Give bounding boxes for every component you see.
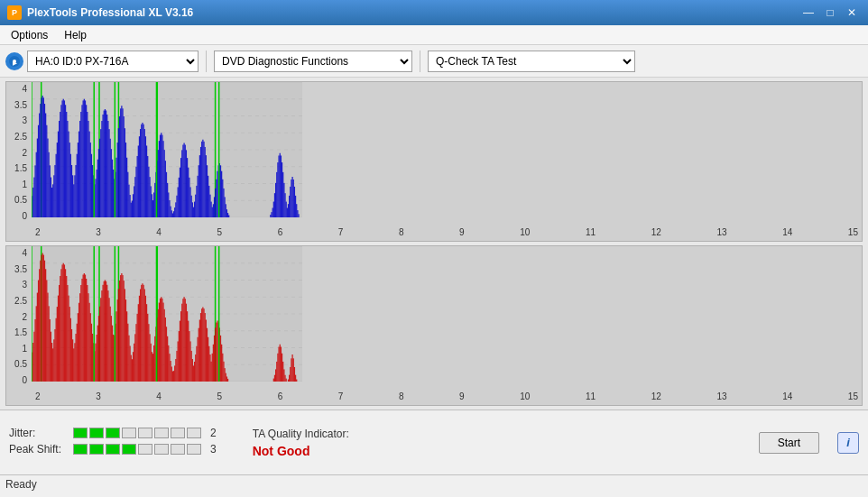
- svg-rect-405: [187, 311, 188, 382]
- peakshift-label: Peak Shift:: [9, 443, 68, 456]
- svg-rect-348: [127, 324, 128, 382]
- menu-options[interactable]: Options: [4, 27, 55, 43]
- start-button[interactable]: Start: [759, 432, 819, 454]
- test-dropdown[interactable]: Q-Check TA Test: [428, 51, 635, 72]
- svg-rect-231: [294, 187, 295, 217]
- svg-rect-456: [284, 375, 285, 382]
- svg-rect-272: [48, 306, 49, 382]
- svg-rect-79: [95, 179, 96, 217]
- svg-rect-401: [182, 299, 183, 382]
- bottom-chart-svg: [32, 246, 302, 382]
- svg-rect-413: [195, 354, 196, 382]
- svg-rect-85: [101, 121, 102, 217]
- svg-rect-192: [213, 204, 214, 217]
- svg-rect-163: [182, 145, 183, 217]
- peakshift-meter: [73, 444, 201, 455]
- svg-rect-280: [57, 307, 58, 382]
- svg-rect-378: [159, 303, 160, 382]
- svg-rect-39: [53, 175, 54, 217]
- svg-rect-27: [41, 97, 42, 217]
- svg-rect-115: [133, 194, 134, 217]
- svg-rect-358: [138, 304, 139, 382]
- svg-rect-466: [296, 380, 297, 382]
- svg-rect-172: [192, 202, 193, 217]
- svg-rect-185: [206, 155, 207, 217]
- svg-rect-233: [296, 204, 297, 217]
- svg-rect-128: [146, 145, 147, 217]
- svg-rect-295: [72, 339, 73, 382]
- svg-rect-330: [108, 298, 109, 382]
- svg-rect-337: [115, 311, 116, 382]
- svg-rect-445: [273, 379, 274, 382]
- svg-rect-417: [199, 319, 200, 382]
- drive-dropdown[interactable]: HA:0 ID:0 PX-716A: [27, 51, 199, 72]
- svg-rect-339: [118, 289, 119, 382]
- svg-rect-258: [33, 332, 34, 382]
- info-button[interactable]: i: [837, 432, 859, 454]
- svg-rect-440: [223, 362, 224, 382]
- minimize-button[interactable]: —: [799, 4, 817, 22]
- svg-rect-276: [52, 348, 53, 382]
- svg-rect-176: [196, 186, 197, 217]
- jitter-meter: [73, 428, 201, 438]
- svg-rect-450: [278, 347, 279, 382]
- svg-rect-43: [58, 132, 59, 217]
- ps-seg-1: [73, 444, 88, 455]
- svg-rect-268: [44, 261, 45, 382]
- svg-rect-186: [207, 165, 208, 217]
- svg-rect-51: [66, 112, 67, 217]
- svg-rect-84: [100, 129, 101, 217]
- svg-rect-45: [60, 112, 60, 217]
- menu-help[interactable]: Help: [57, 27, 94, 43]
- svg-rect-54: [69, 143, 70, 217]
- svg-rect-114: [132, 200, 133, 217]
- svg-rect-57: [72, 175, 73, 217]
- svg-rect-145: [164, 150, 165, 217]
- svg-rect-439: [222, 354, 223, 382]
- top-chart-y-axis: 4 3.5 3 2.5 2 1.5 1 0.5 0: [6, 82, 32, 223]
- svg-rect-421: [203, 308, 204, 382]
- svg-rect-270: [46, 281, 47, 382]
- svg-rect-306: [84, 273, 85, 382]
- svg-rect-274: [51, 332, 51, 382]
- jitter-label: Jitter:: [9, 427, 68, 439]
- svg-rect-134: [152, 200, 153, 217]
- svg-rect-384: [165, 318, 166, 382]
- svg-rect-263: [39, 269, 40, 382]
- svg-rect-457: [286, 379, 287, 382]
- svg-rect-223: [286, 202, 287, 217]
- svg-rect-213: [275, 183, 276, 217]
- svg-rect-461: [291, 358, 291, 382]
- svg-rect-430: [213, 345, 214, 382]
- svg-rect-385: [166, 327, 167, 382]
- ps-seg-2: [89, 444, 104, 455]
- svg-rect-446: [274, 375, 275, 382]
- svg-rect-406: [188, 321, 189, 382]
- svg-rect-68: [84, 99, 85, 217]
- menu-bar: Options Help: [0, 25, 868, 45]
- title-bar-left: P PlexTools Professional XL V3.16: [7, 5, 193, 20]
- svg-rect-281: [58, 296, 59, 382]
- svg-rect-96: [113, 170, 114, 217]
- maximize-button[interactable]: □: [821, 4, 839, 22]
- svg-rect-132: [151, 186, 152, 217]
- svg-rect-95: [112, 160, 113, 217]
- metrics-section: Jitter: 2 Peak Shift:: [9, 427, 217, 459]
- svg-rect-103: [120, 108, 121, 217]
- svg-rect-170: [189, 187, 190, 217]
- svg-rect-23: [37, 139, 38, 217]
- svg-rect-92: [108, 129, 109, 217]
- svg-rect-156: [175, 202, 176, 217]
- svg-rect-386: [167, 336, 168, 382]
- svg-rect-402: [183, 297, 184, 382]
- svg-rect-133: [152, 194, 152, 217]
- svg-rect-159: [179, 178, 180, 217]
- function-dropdown[interactable]: DVD Diagnostic Functions: [214, 51, 412, 72]
- svg-rect-395: [176, 351, 177, 382]
- svg-rect-207: [228, 215, 229, 217]
- drive-select-group: ▶ HA:0 ID:0 PX-716A: [5, 51, 199, 72]
- svg-rect-76: [92, 165, 93, 217]
- svg-rect-320: [98, 316, 99, 382]
- svg-rect-369: [149, 334, 150, 382]
- close-button[interactable]: ✕: [843, 4, 861, 22]
